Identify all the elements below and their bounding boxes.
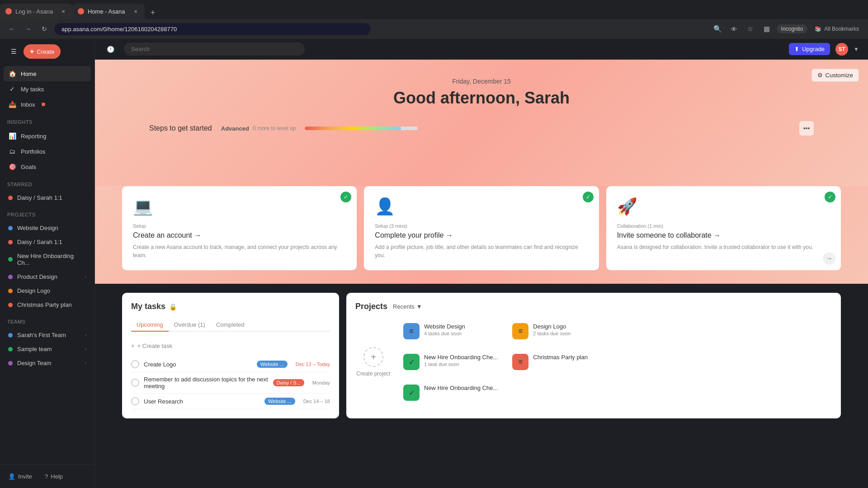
card-title-1[interactable]: Create an account →: [133, 231, 346, 239]
greeting-text: Good afternoon, Sarah: [122, 89, 841, 108]
progress-bar-container: [305, 127, 418, 130]
sidebar-item-home[interactable]: 🏠 Home: [4, 66, 91, 81]
task-name-1: Remember to add discussion topics for th…: [144, 376, 269, 389]
card-label-1: Setup: [133, 223, 346, 229]
task-row-1: Remember to add discussion topics for th…: [131, 372, 330, 394]
level-label: Advanced: [221, 125, 249, 132]
task-date-0: Dec 13 – Today: [296, 361, 330, 367]
project-due-3: 2 tasks due soon: [533, 331, 571, 336]
new-tab-button[interactable]: +: [146, 6, 159, 19]
card-check-1: ✓: [340, 192, 351, 202]
sidebar-item-website-design[interactable]: Website Design: [4, 221, 91, 235]
sidebar-item-design-team[interactable]: Design Team ›: [4, 356, 91, 370]
upgrade-label: Upgrade: [802, 46, 825, 52]
user-menu-chevron[interactable]: ▼: [854, 46, 859, 52]
task-tag-2: Website ...: [264, 398, 295, 405]
user-avatar[interactable]: ST: [835, 43, 848, 56]
project-item-2[interactable]: ✓ New Hire Onboarding Che...: [399, 380, 502, 405]
invite-icon: 👤: [8, 473, 15, 480]
project-name-4: Christmas Party plan: [533, 354, 588, 361]
more-options-button[interactable]: •••: [799, 121, 814, 136]
reporting-icon: 📊: [8, 132, 16, 140]
sidebar-item-christmas[interactable]: Christmas Party plan: [4, 298, 91, 312]
project-info-4: Christmas Party plan: [533, 354, 588, 361]
project-website-label: Website Design: [17, 225, 58, 231]
expand-sample-team: ›: [85, 347, 86, 352]
tab-home[interactable]: Home - Asana ✕: [72, 4, 145, 19]
invite-label: Invite: [18, 473, 32, 480]
sidebar-item-portfolios[interactable]: 🗂 Portfolios: [4, 144, 91, 159]
sample-team-label: Sample team: [17, 346, 52, 352]
project-daisy-label: Daisy / Sarah 1:1: [17, 239, 62, 245]
back-button[interactable]: ←: [5, 23, 18, 35]
project-item-0[interactable]: ≡ Website Design 4 tasks due soon: [399, 319, 502, 344]
project-name-2: New Hire Onboarding Che...: [424, 385, 498, 391]
project-name-0: Website Design: [424, 323, 465, 330]
sidebar-item-reporting[interactable]: 📊 Reporting: [4, 128, 91, 144]
bookmark-icon[interactable]: ☆: [744, 23, 757, 35]
all-bookmarks-button[interactable]: 📚 All Bookmarks: [811, 24, 863, 34]
project-item-3[interactable]: ≡ Design Logo 2 tasks due soon: [508, 319, 611, 344]
recent-icon[interactable]: 🕐: [104, 43, 117, 56]
search-input[interactable]: [124, 42, 305, 56]
sidebar-item-new-hire[interactable]: New Hire Onboarding Ch...: [4, 249, 91, 270]
sidebar-item-inbox[interactable]: 📥 Inbox: [4, 97, 91, 112]
tab-close-login[interactable]: ✕: [60, 8, 67, 15]
teams-section-label: Teams: [0, 314, 94, 326]
card-create-account: ✓ 💻 Setup Create an account → Create a n…: [122, 186, 357, 270]
forward-button[interactable]: →: [22, 23, 34, 35]
project-due-1: 1 task due soon: [424, 361, 498, 367]
tab-overdue[interactable]: Overdue (1): [169, 319, 211, 332]
create-button[interactable]: + Create: [24, 44, 61, 59]
lock-icon: 🔒: [169, 303, 177, 310]
reload-button[interactable]: ↻: [38, 23, 51, 35]
project-item-4[interactable]: ≡ Christmas Party plan: [508, 349, 611, 375]
task-check-2[interactable]: [131, 397, 139, 405]
card-check-3: ✓: [825, 192, 835, 202]
project-color-daisy: [8, 240, 13, 244]
upgrade-button[interactable]: ⬆ Upgrade: [789, 43, 830, 55]
tab-close-home[interactable]: ✕: [132, 8, 139, 15]
card-arrow-3[interactable]: →: [823, 252, 835, 265]
menu-toggle[interactable]: ☰: [7, 45, 20, 58]
tab-completed[interactable]: Completed: [211, 319, 250, 332]
sidebar-header: ☰ + Create: [0, 39, 94, 64]
create-task-button[interactable]: + + Create task: [131, 339, 330, 353]
card-title-2[interactable]: Complete your profile →: [375, 231, 588, 239]
tab-upcoming[interactable]: Upcoming: [131, 319, 169, 332]
help-label: Help: [51, 473, 63, 480]
help-button[interactable]: ? Help: [40, 470, 67, 483]
create-project-circle[interactable]: +: [363, 347, 383, 367]
sidebar-item-daisy-sarah-project[interactable]: Daisy / Sarah 1:1: [4, 235, 91, 249]
lens-icon[interactable]: 👁: [728, 23, 741, 35]
sidebar-item-goals[interactable]: 🎯 Goals: [4, 159, 91, 174]
tab-login[interactable]: Log in - Asana ✕: [0, 4, 72, 19]
projects-panel-title: Projects: [355, 302, 387, 311]
task-check-1[interactable]: [131, 379, 139, 387]
sidebar-item-design-logo[interactable]: Design Logo: [4, 284, 91, 298]
insights-nav: 📊 Reporting 🗂 Portfolios 🎯 Goals: [0, 127, 94, 176]
recents-dropdown[interactable]: Recents ▼: [393, 303, 422, 310]
card-label-2: Setup (3 mins): [375, 223, 588, 229]
customize-icon: ⚙: [817, 72, 823, 79]
level-sub: 0 more to level up: [253, 125, 296, 131]
project-info-3: Design Logo 2 tasks due soon: [533, 323, 571, 336]
sidebar-item-my-tasks[interactable]: ✓ My tasks: [4, 81, 91, 97]
sidebar-item-daisy-sarah[interactable]: Daisy / Sarah 1:1: [4, 191, 91, 205]
project-item-1[interactable]: ✓ New Hire Onboarding Che... 1 task due …: [399, 349, 502, 375]
sidebar-item-sarahs-team[interactable]: Sarah's First Team ›: [4, 328, 91, 342]
sidebar-item-sample-team[interactable]: Sample team ›: [4, 342, 91, 356]
cards-row: ✓ 💻 Setup Create an account → Create a n…: [95, 186, 868, 284]
customize-button[interactable]: ⚙ Customize: [811, 69, 859, 82]
task-tag-1: Daisy / S...: [273, 379, 304, 386]
sidebar-item-product-design[interactable]: Product Design ›: [4, 270, 91, 284]
projects-header: Projects Recents ▼: [355, 302, 832, 311]
invite-button[interactable]: 👤 Invite: [4, 470, 37, 483]
search-browser-icon[interactable]: 🔍: [712, 23, 724, 35]
address-input[interactable]: [54, 23, 371, 35]
sidebar-icon[interactable]: ▦: [760, 23, 773, 35]
steps-title: Steps to get started: [149, 124, 212, 132]
create-project-button[interactable]: + Create project: [355, 319, 392, 405]
task-check-0[interactable]: [131, 360, 139, 368]
card-title-3[interactable]: Invite someone to collaborate →: [617, 231, 830, 239]
